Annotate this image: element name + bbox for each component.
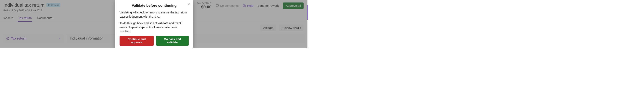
app-root: Individual tax return In review Period: … xyxy=(0,0,308,48)
modal-body: Validating will check for errors to ensu… xyxy=(120,10,189,33)
continue-and-approve-button[interactable]: Continue and approve xyxy=(120,36,154,46)
go-back-and-validate-button[interactable]: Go back and validate xyxy=(156,36,189,46)
modal-paragraph-1: Validating will check for errors to ensu… xyxy=(120,10,189,19)
modal-title: Validate before continuing xyxy=(120,3,189,8)
close-icon xyxy=(188,3,190,5)
validate-modal: Validate before continuing Validating wi… xyxy=(115,0,193,48)
modal-paragraph-2: To do this, go back and select Validate … xyxy=(120,21,189,33)
modal-actions: Continue and approve Go back and validat… xyxy=(120,36,189,46)
modal-overlay: Validate before continuing Validating wi… xyxy=(0,0,308,48)
modal-close-button[interactable] xyxy=(188,3,190,6)
